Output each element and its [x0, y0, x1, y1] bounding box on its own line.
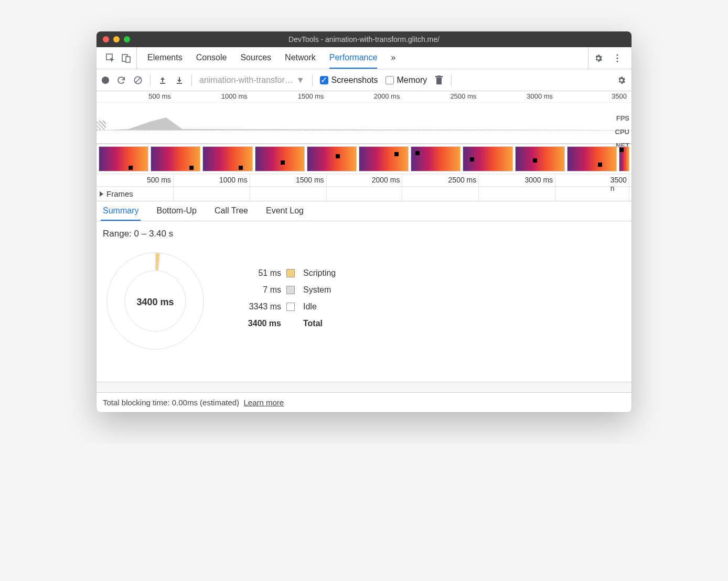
learn-more-link[interactable]: Learn more: [243, 398, 284, 407]
animated-square-icon: [470, 157, 474, 162]
minimize-window-button[interactable]: [113, 36, 120, 42]
timeline-gridline: [402, 174, 402, 202]
svg-rect-12: [437, 76, 441, 76]
save-profile-icon[interactable]: [175, 76, 184, 85]
inspect-element-icon[interactable]: [106, 53, 115, 63]
overview-panel[interactable]: 500 ms1000 ms1500 ms2000 ms2500 ms3000 m…: [97, 91, 631, 144]
resize-gutter[interactable]: [97, 382, 631, 392]
screenshot-thumb[interactable]: [255, 146, 305, 171]
legend-row: 3400 msTotal: [239, 319, 336, 328]
window-title: DevTools - animation-with-transform.glit…: [103, 35, 625, 44]
overview-tick: 2000 ms: [374, 92, 402, 100]
svg-rect-9: [177, 83, 182, 84]
svg-point-4: [616, 57, 618, 59]
overview-tick: 1000 ms: [221, 92, 250, 100]
memory-label: Memory: [397, 76, 427, 85]
timeline-gridline: [173, 174, 174, 202]
device-toggle-icon[interactable]: [122, 53, 131, 63]
overview-tick: 2500 ms: [450, 92, 478, 100]
timeline-gridline: [326, 174, 327, 202]
screenshots-checkbox[interactable]: ✓ Screenshots: [320, 76, 378, 85]
timeline-gridline: [250, 174, 250, 202]
timeline-tick: 500 ms: [147, 176, 173, 184]
blocking-time-label: Total blocking time: 0.00ms (estimated): [103, 398, 239, 407]
tabs-overflow-button[interactable]: »: [391, 47, 395, 69]
frames-label: Frames: [106, 189, 133, 198]
animated-square-icon: [619, 148, 624, 152]
screenshot-thumb[interactable]: [359, 146, 409, 171]
animated-square-icon: [129, 166, 133, 170]
overview-tick: 3000 ms: [527, 92, 555, 100]
animated-square-icon: [281, 160, 285, 165]
frames-track-header[interactable]: Frames: [97, 187, 631, 201]
timeline-tick: 3500 n: [611, 176, 629, 192]
screenshot-thumb[interactable]: [567, 146, 617, 171]
legend-label: System: [303, 285, 336, 295]
animated-square-icon: [415, 151, 420, 155]
dropdown-caret-icon: ▼: [296, 76, 305, 85]
tab-performance[interactable]: Performance: [329, 47, 378, 69]
titlebar: DevTools - animation-with-transform.glit…: [97, 31, 631, 47]
overview-tick: 3500: [612, 92, 629, 100]
legend-row: 7 msSystem: [239, 285, 336, 295]
screenshot-thumb[interactable]: [463, 146, 512, 171]
screenshot-thumb[interactable]: [151, 146, 200, 171]
timeline-tick: 2500 ms: [448, 176, 479, 184]
screenshot-thumb[interactable]: [99, 146, 148, 171]
tab-sources[interactable]: Sources: [240, 47, 271, 69]
profile-selector[interactable]: animation-with-transfor… ▼: [199, 76, 305, 85]
cpu-spark: [97, 116, 631, 130]
overview-tick: 500 ms: [148, 92, 173, 100]
capture-settings-icon[interactable]: [617, 76, 626, 85]
detail-tab-call-tree[interactable]: Call Tree: [212, 201, 250, 221]
detail-tab-event-log[interactable]: Event Log: [264, 201, 306, 221]
reload-button[interactable]: [116, 76, 126, 85]
overview-ruler: 500 ms1000 ms1500 ms2000 ms2500 ms3000 m…: [97, 91, 631, 103]
legend-swatch: [286, 269, 295, 277]
timeline-gridline: [478, 174, 479, 202]
screenshot-thumb[interactable]: [515, 146, 565, 171]
checkbox-unchecked-icon: [386, 76, 394, 84]
screenshot-thumb[interactable]: [619, 146, 629, 171]
legend-label: Idle: [303, 302, 336, 311]
settings-icon[interactable]: [594, 53, 603, 63]
clear-button[interactable]: [133, 76, 143, 85]
range-label: Range: 0 – 3.40 s: [103, 229, 625, 239]
animated-square-icon: [533, 158, 537, 163]
svg-rect-8: [160, 83, 165, 84]
kebab-menu-icon[interactable]: [613, 53, 622, 63]
performance-toolbar: animation-with-transfor… ▼ ✓ Screenshots…: [97, 69, 631, 91]
traffic-lights: [103, 36, 130, 42]
detail-tab-summary[interactable]: Summary: [101, 201, 141, 221]
timeline-tick: 2000 ms: [372, 176, 402, 184]
timeline-tick: 1000 ms: [219, 176, 250, 184]
screenshot-thumb[interactable]: [307, 146, 357, 171]
legend-value: 3400 ms: [239, 319, 281, 328]
timeline-gridline: [555, 174, 555, 202]
timeline-ruler[interactable]: 500 ms1000 ms1500 ms2000 ms2500 ms3000 m…: [97, 174, 631, 187]
svg-rect-2: [126, 57, 130, 62]
screenshot-thumb[interactable]: [202, 146, 252, 171]
legend-label: Scripting: [303, 268, 336, 278]
legend-label: Total: [303, 319, 336, 328]
memory-checkbox[interactable]: Memory: [386, 76, 427, 85]
close-window-button[interactable]: [103, 36, 109, 42]
tab-console[interactable]: Console: [196, 47, 227, 69]
animated-square-icon: [394, 152, 399, 156]
zoom-window-button[interactable]: [124, 36, 130, 42]
timeline-tick: 3000 ms: [524, 176, 555, 184]
detail-tab-bottom-up[interactable]: Bottom-Up: [154, 201, 198, 221]
checkbox-checked-icon: ✓: [320, 76, 328, 84]
animated-square-icon: [336, 154, 340, 158]
record-button[interactable]: [102, 77, 109, 84]
svg-rect-11: [435, 76, 443, 78]
svg-point-3: [616, 54, 618, 56]
screenshot-filmstrip[interactable]: [97, 144, 631, 174]
tab-elements[interactable]: Elements: [147, 47, 183, 69]
screenshot-thumb[interactable]: [411, 146, 461, 171]
tab-network[interactable]: Network: [285, 47, 316, 69]
garbage-collect-icon[interactable]: [434, 76, 444, 85]
detail-tabs: SummaryBottom-UpCall TreeEvent Log: [97, 201, 631, 221]
animated-square-icon: [189, 166, 194, 170]
load-profile-icon[interactable]: [158, 76, 167, 85]
